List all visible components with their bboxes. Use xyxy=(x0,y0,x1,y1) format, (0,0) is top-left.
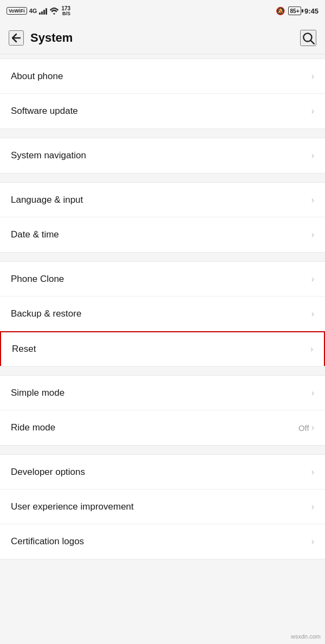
menu-right-system-navigation: › xyxy=(311,151,314,160)
menu-item-date-time[interactable]: Date & time› xyxy=(0,217,325,252)
menu-label-about-phone: About phone xyxy=(11,71,63,82)
bar4 xyxy=(46,8,47,15)
menu-item-backup-restore[interactable]: Backup & restore› xyxy=(0,297,325,331)
chevron-icon-system-navigation: › xyxy=(311,151,314,160)
network-type: 4G xyxy=(29,8,37,14)
menu-item-user-experience[interactable]: User experience improvement› xyxy=(0,490,325,524)
speed-indicator: 173 B/S xyxy=(61,5,70,17)
bar1 xyxy=(39,12,41,15)
menu-item-phone-clone[interactable]: Phone Clone› xyxy=(0,262,325,297)
divider-5 xyxy=(0,450,325,454)
menu-item-software-update[interactable]: Software update› xyxy=(0,94,325,128)
bar2 xyxy=(41,11,43,15)
chevron-icon-certification-logos: › xyxy=(311,537,314,546)
watermark: wsxdn.com xyxy=(291,633,321,640)
bar3 xyxy=(43,10,45,15)
menu-group-group2: System navigation› xyxy=(0,138,325,173)
menu-label-date-time: Date & time xyxy=(11,229,59,240)
search-button[interactable] xyxy=(300,30,316,46)
menu-right-backup-restore: › xyxy=(311,309,314,319)
chevron-icon-reset: › xyxy=(310,344,313,354)
menu-item-simple-mode[interactable]: Simple mode› xyxy=(0,376,325,410)
menu-label-system-navigation: System navigation xyxy=(11,150,86,161)
menu-label-software-update: Software update xyxy=(11,106,78,117)
menu-right-certification-logos: › xyxy=(311,537,314,546)
menu-item-system-navigation[interactable]: System navigation› xyxy=(0,138,325,173)
menu-label-certification-logos: Certification logos xyxy=(11,536,84,547)
menu-item-language-input[interactable]: Language & input› xyxy=(0,183,325,217)
status-right: 🔕 85+ 9:45 xyxy=(276,7,318,15)
menu-group-group1: About phone›Software update› xyxy=(0,59,325,129)
menu-item-ride-mode[interactable]: Ride modeOff› xyxy=(0,410,325,445)
chevron-icon-date-time: › xyxy=(311,230,314,240)
vowifi-indicator: VoWiFi xyxy=(6,7,27,15)
svg-point-0 xyxy=(54,13,55,15)
mute-icon: 🔕 xyxy=(276,7,285,15)
back-button[interactable] xyxy=(9,30,24,46)
wifi-icon xyxy=(49,7,59,15)
menu-label-user-experience: User experience improvement xyxy=(11,501,134,512)
menu-right-date-time: › xyxy=(311,230,314,240)
menu-right-software-update: › xyxy=(311,106,314,116)
status-left: VoWiFi 4G 173 B/S xyxy=(6,5,70,17)
menu-right-about-phone: › xyxy=(311,72,314,81)
chevron-icon-software-update: › xyxy=(311,106,314,116)
status-bar: VoWiFi 4G 173 B/S 🔕 85+ 9:45 xyxy=(0,0,325,22)
menu-right-developer-options: › xyxy=(311,467,314,477)
menu-label-simple-mode: Simple mode xyxy=(11,388,64,398)
menu-label-backup-restore: Backup & restore xyxy=(11,308,81,319)
menu-group-group4: Phone Clone›Backup & restore›Reset› xyxy=(0,261,325,366)
menu-container: About phone›Software update›System navig… xyxy=(0,54,325,559)
menu-label-reset: Reset xyxy=(12,344,36,355)
chevron-icon-ride-mode: › xyxy=(311,423,314,433)
menu-right-phone-clone: › xyxy=(311,274,314,284)
menu-right-user-experience: › xyxy=(311,502,314,512)
menu-group-group3: Language & input›Date & time› xyxy=(0,182,325,253)
signal-bars xyxy=(39,7,47,15)
divider-1 xyxy=(0,133,325,138)
menu-item-certification-logos[interactable]: Certification logos› xyxy=(0,524,325,559)
menu-label-language-input: Language & input xyxy=(11,195,83,205)
menu-item-about-phone[interactable]: About phone› xyxy=(0,59,325,94)
app-header: System xyxy=(0,22,325,54)
menu-group-group6: Developer options›User experience improv… xyxy=(0,454,325,559)
chevron-icon-user-experience: › xyxy=(311,502,314,512)
menu-right-ride-mode: Off› xyxy=(298,423,314,433)
chevron-icon-language-input: › xyxy=(311,195,314,205)
chevron-icon-about-phone: › xyxy=(311,72,314,81)
chevron-icon-developer-options: › xyxy=(311,467,314,477)
menu-group-group5: Simple mode›Ride modeOff› xyxy=(0,375,325,446)
menu-value-ride-mode: Off xyxy=(298,423,309,433)
menu-label-ride-mode: Ride mode xyxy=(11,422,55,433)
page-title: System xyxy=(30,31,300,45)
chevron-icon-simple-mode: › xyxy=(311,388,314,398)
divider-3 xyxy=(0,257,325,261)
menu-label-phone-clone: Phone Clone xyxy=(11,274,64,285)
divider-4 xyxy=(0,371,325,375)
menu-item-reset[interactable]: Reset› xyxy=(0,331,325,366)
time: 9:45 xyxy=(304,7,318,15)
menu-label-developer-options: Developer options xyxy=(11,467,85,478)
menu-right-language-input: › xyxy=(311,195,314,205)
battery-icon: 85+ xyxy=(288,7,301,15)
menu-right-simple-mode: › xyxy=(311,388,314,398)
chevron-icon-backup-restore: › xyxy=(311,309,314,319)
menu-right-reset: › xyxy=(310,344,313,354)
menu-item-developer-options[interactable]: Developer options› xyxy=(0,455,325,490)
chevron-icon-phone-clone: › xyxy=(311,274,314,284)
divider-2 xyxy=(0,178,325,182)
svg-line-2 xyxy=(311,40,314,43)
divider-0 xyxy=(0,54,325,59)
